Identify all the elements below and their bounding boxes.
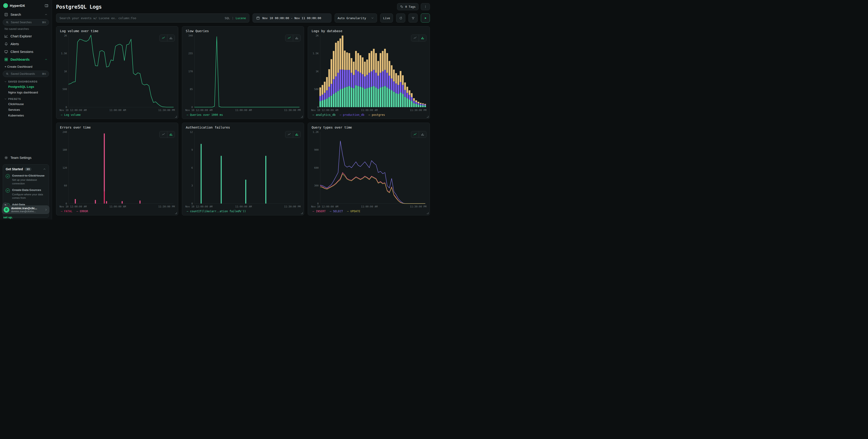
legend-item[interactable]: — UPDATE (347, 210, 361, 213)
resize-handle[interactable] (427, 212, 429, 214)
chart-title: Log volume over time (60, 29, 175, 33)
resize-handle[interactable] (175, 116, 177, 118)
legend-item[interactable]: — analytics_db (312, 113, 336, 117)
svg-text:9: 9 (191, 148, 193, 151)
legend-item[interactable]: — SELECT (330, 210, 343, 213)
dashboard-link-postgresql-logs[interactable]: PostgreSQL Logs (3, 84, 49, 90)
preset-link-clickhouse[interactable]: ClickHouse (3, 101, 49, 107)
tags-button[interactable]: 0 Tags (397, 3, 418, 10)
collapse-sidebar-icon[interactable] (44, 4, 49, 8)
get-started-task[interactable]: Create Data Sources Configure where your… (6, 188, 46, 200)
svg-text:500: 500 (62, 88, 67, 91)
legend-item[interactable]: — Log volume (61, 113, 81, 117)
query-types-chart[interactable]: 03006009001.2KNov 10 12:00:00 AM11:00:00… (311, 130, 427, 209)
bar-chart-toggle-button[interactable] (167, 35, 175, 41)
user-name: dominic.tran@clic... (11, 207, 43, 210)
slow-queries-chart[interactable]: 085170255340Nov 10 12:00:00 AM11:00:00 A… (185, 33, 301, 113)
svg-text:2K: 2K (64, 34, 67, 37)
legend-item[interactable]: — ERROR (76, 210, 88, 213)
event-search-input[interactable] (60, 17, 222, 20)
date-range-picker[interactable]: Nov 10 00:00:00 - Nov 11 00:00:00 (253, 13, 332, 23)
presets-section-header[interactable]: PRESETS (3, 95, 49, 101)
task-title: Create Data Sources (12, 188, 46, 192)
saved-dashboards-section-header[interactable]: SAVED DASHBOARDS (3, 78, 49, 84)
legend-item[interactable]: — postgres (369, 113, 385, 117)
app-name: HyperDX (10, 4, 25, 8)
chart-legend: — countIf(like(arr..ation failed%')) (185, 209, 301, 214)
dashboard-menu-button[interactable] (421, 3, 430, 10)
chart-type-toggle (159, 131, 175, 138)
svg-text:85: 85 (190, 88, 193, 91)
line-chart-toggle-button[interactable] (411, 131, 419, 138)
resize-handle[interactable] (427, 116, 429, 118)
get-started-task[interactable]: Connect to ClickHouse Set up your databa… (6, 174, 46, 185)
sidebar-item-chart-explorer[interactable]: Chart Explorer (3, 32, 49, 40)
saved-dashboards-input[interactable] (11, 72, 40, 75)
saved-dashboards-search[interactable]: ⌘K (3, 71, 49, 77)
run-query-button[interactable] (421, 13, 430, 23)
preset-link-services[interactable]: Services (3, 107, 49, 113)
legend-item[interactable]: — Queries over 1000 ms (187, 113, 223, 117)
event-search-box[interactable]: SQL | Lucene (56, 13, 249, 23)
sidebar-item-search[interactable]: Search (3, 11, 49, 19)
user-menu[interactable]: D dominic.tran@clic... dominic.tran@clic… (2, 206, 50, 214)
shortcut-hint: ⌘K (42, 72, 46, 75)
filter-button[interactable] (408, 13, 417, 23)
granularity-value: Auto Granularity (338, 17, 366, 20)
line-chart-toggle-button[interactable] (285, 131, 293, 138)
logs-by-database-chart[interactable]: 05001K1.5K2KNov 10 12:00:00 AM11:00:00 A… (311, 33, 427, 113)
resize-handle[interactable] (301, 212, 303, 214)
sidebar-item-alerts[interactable]: Alerts (3, 40, 49, 48)
sidebar-item-client-sessions[interactable]: Client Sessions (3, 48, 49, 56)
line-chart-toggle-button[interactable] (285, 35, 293, 41)
svg-text:0: 0 (191, 202, 193, 205)
chevron-right-icon (44, 208, 48, 211)
refresh-button[interactable] (396, 13, 405, 23)
line-chart-toggle-button[interactable] (160, 131, 167, 138)
chart-area: 05001K1.5K2KNov 10 12:00:00 AM11:00:00 A… (311, 33, 427, 113)
auth-failures-chart[interactable]: 036912Nov 10 12:00:00 AM11:00:00 AM11:30… (185, 130, 301, 209)
log-volume-chart[interactable]: 05001K1.5K2KNov 10 12:00:00 AM11:00:00 A… (59, 33, 175, 113)
resize-handle[interactable] (301, 116, 303, 118)
sidebar-item-dashboards[interactable]: Dashboards (3, 56, 49, 63)
bar-chart-icon (169, 133, 173, 136)
svg-text:6: 6 (191, 166, 193, 169)
line-chart-toggle-button[interactable] (411, 35, 419, 41)
saved-searches-search[interactable]: ⌘K (3, 19, 49, 26)
bar-chart-toggle-button[interactable] (293, 35, 301, 41)
preset-link-kubernetes[interactable]: Kubernetes (3, 113, 49, 118)
live-button[interactable]: Live (380, 13, 393, 23)
legend-item[interactable]: — countIf(like(arr..ation failed%')) (187, 210, 246, 213)
user-text: dominic.tran@clic... dominic.tran@clickh… (11, 207, 43, 213)
lucene-toggle[interactable]: Lucene (236, 17, 246, 20)
search-section-icon (4, 12, 8, 17)
setup-link[interactable]: set up. (3, 216, 13, 219)
legend-item[interactable]: — INSERT (312, 210, 326, 213)
chart-type-toggle (411, 35, 427, 41)
svg-text:0: 0 (65, 202, 67, 205)
create-dashboard-button[interactable]: + Create Dashboard (3, 63, 49, 70)
hyperdx-logo[interactable]: HyperDX (3, 3, 25, 8)
toggle-divider: | (232, 17, 234, 20)
line-chart-toggle-button[interactable] (160, 35, 167, 41)
sql-toggle[interactable]: SQL (225, 17, 230, 20)
bar-chart-toggle-button[interactable] (167, 131, 175, 138)
dashboard-link-nginx-logs[interactable]: Nginx logs dashboard (3, 90, 49, 95)
logo-row: HyperDX (3, 2, 49, 11)
granularity-select[interactable]: Auto Granularity (335, 13, 377, 23)
errors-chart[interactable]: 060120180240Nov 10 12:00:00 AM11:00:00 A… (59, 130, 175, 209)
svg-text:11:00:00 AM: 11:00:00 AM (361, 205, 378, 208)
bar-chart-toggle-button[interactable] (293, 131, 301, 138)
play-icon (424, 17, 427, 20)
bar-chart-toggle-button[interactable] (419, 131, 426, 138)
svg-text:11:30:00 PM: 11:30:00 PM (410, 109, 427, 112)
resize-handle[interactable] (175, 212, 177, 214)
saved-searches-input[interactable] (11, 21, 40, 24)
svg-text:11:30:00 PM: 11:30:00 PM (158, 109, 175, 112)
legend-item[interactable]: — production_db (340, 113, 364, 117)
get-started-header[interactable]: Get Started 3/3 (6, 167, 46, 171)
chart-title: Slow Queries (186, 29, 301, 33)
bar-chart-toggle-button[interactable] (419, 35, 426, 41)
sidebar-item-team-settings[interactable]: Team Settings (3, 154, 49, 162)
legend-item[interactable]: — FATAL (61, 210, 72, 213)
